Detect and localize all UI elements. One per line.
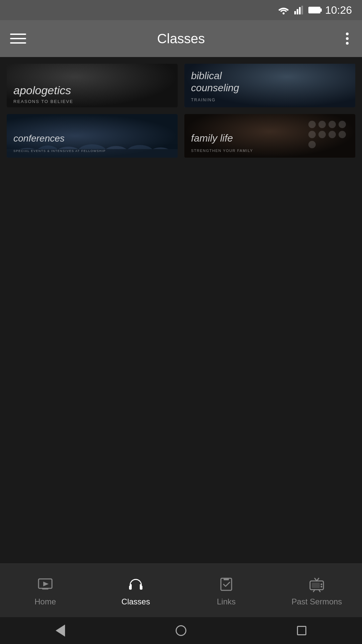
svg-rect-4 xyxy=(301,6,303,14)
links-svg xyxy=(218,576,234,592)
svg-point-26 xyxy=(321,583,322,585)
svg-rect-25 xyxy=(312,583,320,588)
signal-icon xyxy=(294,6,304,14)
nav-home-label: Home xyxy=(35,597,56,606)
nav-home[interactable]: Home xyxy=(0,575,90,606)
page-title: Classes xyxy=(157,31,205,46)
family-life-card[interactable]: family life STRENGTHEN YOUR FAMILY Famil… xyxy=(184,114,355,158)
svg-rect-16 xyxy=(129,586,132,590)
apologetics-thumbnail: apologetics REASONS TO BELIEVE xyxy=(7,64,178,107)
nav-past-sermons[interactable]: Past Sermons xyxy=(272,575,362,606)
main-content: apologetics REASONS TO BELIEVE Apologeti… xyxy=(0,57,362,564)
svg-point-0 xyxy=(283,12,285,14)
svg-rect-2 xyxy=(297,9,298,14)
past-sermons-svg xyxy=(309,576,325,592)
nav-classes[interactable]: Classes xyxy=(90,575,181,606)
recents-icon xyxy=(297,626,306,635)
svg-rect-1 xyxy=(294,11,296,14)
nav-links[interactable]: Links xyxy=(181,575,272,606)
more-options-button[interactable] xyxy=(343,29,352,48)
biblical-thumb-title: biblicalcounseling xyxy=(191,70,239,94)
svg-point-27 xyxy=(321,586,322,587)
conferences-thumb-title: conferences xyxy=(13,133,65,144)
classes-svg xyxy=(128,576,144,592)
cards-grid: apologetics REASONS TO BELIEVE Apologeti… xyxy=(7,64,355,158)
family-thumb-sub: STRENGTHEN YOUR FAMILY xyxy=(191,149,253,153)
svg-rect-17 xyxy=(140,586,142,590)
wifi-icon xyxy=(278,6,290,14)
nav-past-sermons-label: Past Sermons xyxy=(292,597,342,606)
home-icon xyxy=(36,575,55,594)
family-life-thumbnail: family life STRENGTHEN YOUR FAMILY xyxy=(184,114,355,158)
conferences-thumb-sub: SPECIAL EVENTS & INTENSIVES AT FELLOWSHI… xyxy=(13,149,106,153)
home-button[interactable] xyxy=(171,621,191,641)
battery-icon xyxy=(308,7,320,13)
nav-links-label: Links xyxy=(217,597,236,606)
back-icon xyxy=(56,625,65,637)
links-icon xyxy=(217,575,236,594)
biblical-counseling-thumbnail: biblicalcounseling TRAINING xyxy=(184,64,355,107)
classes-icon xyxy=(126,575,145,594)
status-time: 10:26 xyxy=(325,4,352,16)
biblical-counseling-card[interactable]: biblicalcounseling TRAINING Biblical Cou… xyxy=(184,64,355,107)
past-sermons-icon xyxy=(307,575,326,594)
apologetics-thumb-title: apologetics xyxy=(13,84,71,97)
home-nav-icon xyxy=(176,625,186,636)
app-bar: Classes xyxy=(0,20,362,57)
svg-rect-19 xyxy=(224,578,229,580)
apologetics-card[interactable]: apologetics REASONS TO BELIEVE Apologeti… xyxy=(7,64,178,107)
nav-classes-label: Classes xyxy=(121,597,150,606)
recents-button[interactable] xyxy=(292,621,312,641)
apologetics-thumb-sub: REASONS TO BELIEVE xyxy=(13,99,73,104)
deco-circles xyxy=(308,121,349,148)
back-button[interactable] xyxy=(50,621,70,641)
status-icons: 10:26 xyxy=(278,4,352,16)
status-bar: 10:26 xyxy=(0,0,362,20)
home-svg xyxy=(37,576,53,592)
bottom-navigation: Home Classes Links xyxy=(0,564,362,617)
conferences-thumbnail: conferences SPECIAL EVENTS & INTENSIVES … xyxy=(7,114,178,158)
svg-marker-14 xyxy=(43,582,49,586)
conferences-card[interactable]: conferences SPECIAL EVENTS & INTENSIVES … xyxy=(7,114,178,158)
biblical-thumb-sub: TRAINING xyxy=(191,98,216,102)
menu-button[interactable] xyxy=(10,29,30,49)
svg-rect-3 xyxy=(299,7,301,14)
system-navigation xyxy=(0,617,362,644)
family-thumb-title: family life xyxy=(191,132,233,144)
